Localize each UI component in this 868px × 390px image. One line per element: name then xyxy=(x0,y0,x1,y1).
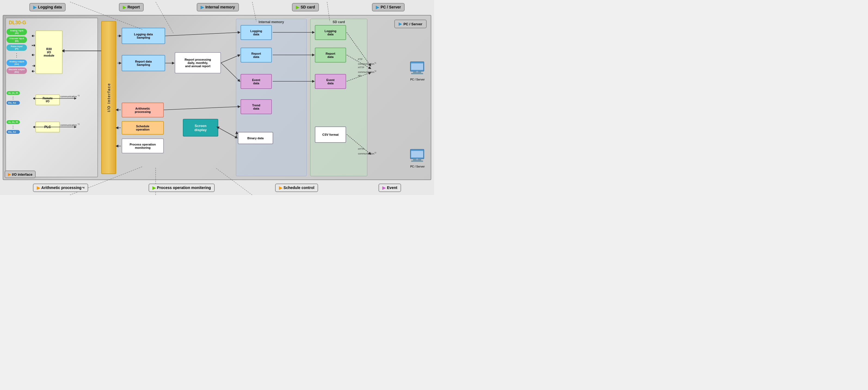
dots-3: ⋮ xyxy=(6,125,20,129)
svg-rect-15 xyxy=(411,160,423,162)
logging-arrow-icon: ▶ xyxy=(33,5,36,10)
http-note2a: *2 xyxy=(374,70,376,72)
arithmetic-text: Arithmeticprocessing xyxy=(135,107,151,113)
bottom-label-process-op: ▶ Process operation monitering xyxy=(149,184,215,192)
csv-format-sd-text: CSV format xyxy=(322,133,339,136)
top-label-pc-server: ▶ PC / Server xyxy=(372,3,405,11)
logging-data-memory-box: Loggingdata xyxy=(241,25,272,40)
top-label-sd-card: ▶ SD card xyxy=(292,3,319,11)
report-data-sd-box: Reportdata xyxy=(315,47,346,63)
logging-sampling-text: Logging dataSampling xyxy=(134,33,153,39)
discrete-output-btn: Discrete output(Do) xyxy=(6,67,27,74)
sd-card-section-title: SD card xyxy=(310,19,367,25)
screen-display-box: Screendisplay xyxy=(183,119,218,136)
http-text-bottom: HTTPcommunication*2 xyxy=(358,148,376,156)
plc-arrow-svg xyxy=(33,120,78,134)
top-label-internal-memory-text: Internal memory xyxy=(206,5,235,9)
internal-memory-arrow-icon: ▶ xyxy=(200,5,204,10)
bottom-labels-row: ▶ Arithmetic processing *4 ▶ Process ope… xyxy=(0,181,434,194)
event-data-sd-box: Eventdata xyxy=(315,74,346,89)
logging-data-memory-text: Loggingdata xyxy=(250,29,262,36)
event-arrow-icon: ▶ xyxy=(382,185,385,190)
logging-data-sd-text: Loggingdata xyxy=(324,29,336,36)
bottom-label-arithmetic-text: Arithmetic processing xyxy=(41,186,82,190)
ftp-text: FTPcommunication*1HTTPcommunication*2etc… xyxy=(358,58,376,77)
top-label-pc-server-text: PC / Server xyxy=(381,5,401,9)
remote-io-inputs: Ai, Di, Pi ⋮ Do, Ao xyxy=(6,91,20,105)
svg-rect-16 xyxy=(411,151,423,158)
report-arrow-icon: ▶ xyxy=(123,5,126,10)
main-diagram: DL30-G R30I/Omodule Analog input(Ai) Dis… xyxy=(3,15,431,180)
screen-display-text: Screendisplay xyxy=(194,124,207,132)
input-signals: Analog input(Ai) Discrete input(Di) Puls… xyxy=(6,29,27,74)
pc-icon-bottom xyxy=(409,149,425,164)
input-arrows-svg xyxy=(32,30,35,73)
top-label-sd-card-text: SD card xyxy=(301,5,315,9)
bottom-label-arithmetic: ▶ Arithmetic processing *4 xyxy=(33,184,88,192)
svg-rect-10 xyxy=(411,73,423,74)
plc-ai-di-pi: Ai, Di, Pi xyxy=(6,120,20,124)
pc-icon-top xyxy=(409,61,425,77)
pulse-input-btn: Pulse input(Pi) xyxy=(6,44,27,51)
bottom-label-event: ▶ Event xyxy=(378,184,401,192)
schedule-operation-box: Scheduleoperation xyxy=(122,121,164,135)
process-monitoring-text: Process operationmonitoring xyxy=(130,143,156,149)
schedule-operation-text: Scheduleoperation xyxy=(136,125,149,131)
pc-server-inside-text: PC / Server xyxy=(404,22,422,26)
top-label-report: ▶ Report xyxy=(119,3,144,11)
r30-io-module: R30I/Omodule xyxy=(35,30,63,74)
logging-sampling-box: Logging dataSampling xyxy=(122,28,165,44)
plc-do-ao: Do, Ao xyxy=(6,130,20,134)
sd-card-arrow-icon: ▶ xyxy=(296,5,299,10)
schedule-ctrl-arrow-icon: ▶ xyxy=(279,185,282,190)
process-monitoring-box: Process operationmonitoring xyxy=(122,138,164,153)
top-labels-row: ▶ Logging data ▶ Report ▶ Internal memor… xyxy=(0,1,434,13)
pc-server-inside-label: ▶ PC / Server xyxy=(394,20,427,28)
pc-server-arrow-icon: ▶ xyxy=(376,5,379,10)
pc-label-bottom: PC / Server xyxy=(410,165,425,168)
dots-1: ⋮ xyxy=(6,52,27,58)
top-label-logging-text: Logging data xyxy=(38,5,62,9)
remote-io-arrow-svg xyxy=(33,92,78,105)
internal-memory-section: Internal memory xyxy=(236,19,307,176)
internal-memory-section-title: Internal memory xyxy=(236,19,306,25)
dl30g-label: DL30-G xyxy=(9,20,26,26)
trend-data-memory-text: Trenddata xyxy=(252,104,260,110)
report-sampling-text: Report dataSampling xyxy=(135,60,152,66)
dl30g-box: DL30-G R30I/Omodule Analog input(Ai) Dis… xyxy=(5,18,98,177)
remote-ai-di-pi: Ai, Di, Pi xyxy=(6,91,20,95)
svg-line-23 xyxy=(165,32,240,36)
plc-inputs: Ai, Di, Pi ⋮ Do, Ao xyxy=(6,120,20,134)
io-interface-bar: I/O Interface xyxy=(101,21,116,174)
bottom-label-schedule-ctrl: ▶ Schedule control xyxy=(275,184,318,192)
ftp-note1: *1 xyxy=(374,62,376,64)
svg-line-30 xyxy=(164,107,240,110)
discrete-input-btn: Discrete input(Di) xyxy=(6,36,27,43)
pc-svg-bottom xyxy=(409,149,425,164)
bottom-label-event-text: Event xyxy=(387,186,397,190)
pc-svg-top xyxy=(409,61,425,76)
pc-server-arrow-icon: ▶ xyxy=(399,22,402,26)
csv-format-sd-box: CSV format xyxy=(315,127,346,143)
ftp-http-text: FTPcommunication*1HTTPcommunication*2etc… xyxy=(358,58,376,78)
logging-data-sd-box: Loggingdata xyxy=(315,25,346,40)
report-processing-text: Report processingdaily, monthly,and annu… xyxy=(185,58,211,68)
io-interface-text: I/O Interface xyxy=(107,83,111,112)
io-interface-bottom-text: I/O interface xyxy=(12,172,32,176)
http-note2b: *2 xyxy=(374,152,376,154)
event-data-memory-box: Eventdata xyxy=(241,74,272,89)
analog-output-btn: Analog output(Ao) xyxy=(6,60,27,66)
report-sampling-box: Report dataSampling xyxy=(122,55,165,71)
arithmetic-superscript: *4 xyxy=(82,186,85,189)
pc-label-top: PC / Server xyxy=(410,78,425,81)
r30-io-arrow-svg xyxy=(62,48,104,54)
bottom-label-process-op-text: Process operation monitering xyxy=(157,186,211,190)
top-label-logging: ▶ Logging data xyxy=(29,3,66,11)
report-processing-box: Report processingdaily, monthly,and annu… xyxy=(175,52,221,73)
event-data-memory-text: Eventdata xyxy=(252,78,260,85)
event-data-sd-text: Eventdata xyxy=(327,78,335,85)
trend-data-memory-box: Trenddata xyxy=(241,99,272,114)
svg-line-31 xyxy=(218,128,237,138)
arithmetic-arrow-icon: ▶ xyxy=(37,185,40,190)
binary-data-memory-box: Binary data xyxy=(238,132,273,144)
